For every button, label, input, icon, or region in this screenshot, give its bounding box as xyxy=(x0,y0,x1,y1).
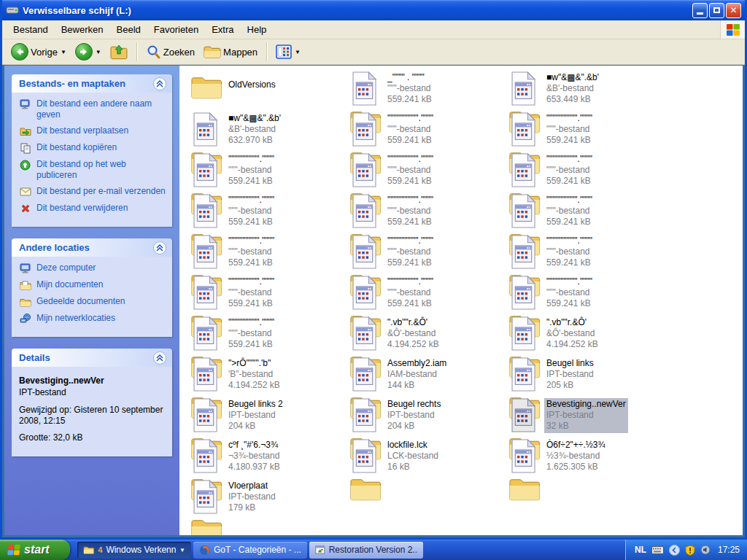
system-tray: NL 17:25 xyxy=(625,540,747,560)
task-rename[interactable]: Dit bestand een andere naam geven xyxy=(19,98,166,120)
folder-up-icon xyxy=(110,44,128,60)
file-item[interactable]: """"""""""."""" """-bestand 559.241 kB xyxy=(349,153,507,188)
file-item[interactable]: Assembly2.iam IAM-bestand 144 kB xyxy=(349,357,507,392)
folder-icon xyxy=(83,545,94,555)
file-item[interactable]: """"""""""."""" """-bestand 559.241 kB xyxy=(508,112,666,147)
menu-item[interactable]: Bewerken xyxy=(55,22,110,37)
menu-item[interactable]: Extra xyxy=(205,22,240,37)
file-item[interactable]: Beugel links 2 IPT-bestand 204 kB xyxy=(190,398,348,433)
file-item[interactable]: """"""""""."""" """-bestand 559.241 kB xyxy=(190,235,348,270)
file-type-icon xyxy=(349,194,382,229)
other-places-header[interactable]: Andere locaties xyxy=(12,238,172,257)
forward-button[interactable]: ▼ xyxy=(72,42,104,62)
file-type-icon xyxy=(190,153,223,188)
file-item[interactable]: """"""""""."""" """-bestand 559.241 kB xyxy=(349,235,507,270)
explorer-window: Verwisselbare schijf (L:) ✕ BestandBewer… xyxy=(0,0,747,540)
file-item[interactable]: """"""""""."""" """-bestand 559.241 kB xyxy=(190,276,348,311)
file-item[interactable]: """"""""""."""" """-bestand 559.241 kB xyxy=(190,153,348,188)
forward-dropdown[interactable]: ▼ xyxy=(96,49,101,55)
file-type-icon xyxy=(190,71,223,106)
task-move[interactable]: Dit bestand verplaatsen xyxy=(19,125,166,137)
file-item[interactable]: ">rÔ"""".'b" 'B"-bestand 4.194.252 kB xyxy=(190,357,348,392)
file-type-icon xyxy=(190,276,223,311)
file-item[interactable]: """"""""""."""" """-bestand 559.241 kB xyxy=(349,276,507,311)
titlebar[interactable]: Verwisselbare schijf (L:) ✕ xyxy=(2,0,745,20)
back-button[interactable]: Vorige ▼ xyxy=(8,42,69,62)
desktop: Verwisselbare schijf (L:) ✕ BestandBewer… xyxy=(0,0,747,560)
file-item[interactable]: Bevestiging..newVer IPT-bestand 32 kB xyxy=(508,398,666,433)
collapse-chevron-icon[interactable] xyxy=(153,241,166,254)
file-item[interactable]: Ò6f÷2"+÷.½3¾ ½3¾-bestand 1.625.305 kB xyxy=(508,439,666,474)
clock[interactable]: 17:25 xyxy=(718,545,740,555)
file-item[interactable]: """"""""""."""" """-bestand 559.241 kB xyxy=(190,194,348,229)
file-item[interactable]: OldVersions xyxy=(190,71,348,106)
details-file-type: IPT-bestand xyxy=(19,387,166,397)
file-item[interactable]: Beugel links IPT-bestand 205 kB xyxy=(508,357,666,392)
file-item[interactable]: cºf ¸"#'6.¬3¾ ¬3¾-bestand 4.180.937 kB xyxy=(190,439,348,474)
file-type-icon xyxy=(349,71,382,106)
language-indicator[interactable]: NL xyxy=(635,545,646,555)
views-button[interactable]: ▼ xyxy=(273,43,303,61)
details-file-name: Bevestiging..newVer xyxy=(19,376,166,386)
file-item[interactable]: """"""""""."""" """-bestand 559.241 kB xyxy=(349,112,507,147)
taskbar-button-explorer-group[interactable]: 4 Windows Verkenner ▼ xyxy=(77,542,191,559)
file-item[interactable]: """"""""""."""" """-bestand 559.241 kB xyxy=(508,235,666,270)
file-type-icon xyxy=(508,398,541,433)
file-item[interactable]: """"""""""."""" """-bestand 559.241 kB xyxy=(508,153,666,188)
task-delete[interactable]: Dit bestand verwijderen xyxy=(19,203,166,214)
hide-icons-chevron[interactable] xyxy=(669,545,680,556)
minimize-button[interactable] xyxy=(692,3,708,18)
file-column-1: OldVersions xyxy=(190,71,348,521)
file-item[interactable]: """"""""""."""" """-bestand 559.241 kB xyxy=(508,194,666,229)
keyboard-icon[interactable] xyxy=(651,546,664,554)
security-alert-icon[interactable] xyxy=(685,545,695,556)
up-button[interactable] xyxy=(107,42,131,61)
taskbar-button-firefox[interactable]: GoT - Categorieën - ... xyxy=(193,542,307,559)
collapse-chevron-icon[interactable] xyxy=(153,77,166,90)
file-item[interactable]: """"""""""."""" """-bestand 559.241 kB xyxy=(349,194,507,229)
task-copy[interactable]: Dit bestand kopiëren xyxy=(19,142,166,154)
volume-icon[interactable] xyxy=(700,545,711,555)
close-button[interactable]: ✕ xyxy=(726,3,741,18)
start-button[interactable]: start xyxy=(0,540,70,560)
email-icon xyxy=(19,186,31,198)
task-email[interactable]: Dit bestand per e-mail verzenden xyxy=(19,186,166,198)
views-dropdown[interactable]: ▼ xyxy=(295,49,301,55)
file-item[interactable]: Vloerplaat IPT-bestand 179 kB xyxy=(190,480,348,515)
removable-disk-icon xyxy=(6,4,19,16)
file-tasks-header[interactable]: Bestands- en maptaken xyxy=(12,74,172,93)
collapse-chevron-icon[interactable] xyxy=(153,351,166,365)
place-my-computer[interactable]: Deze computer xyxy=(19,262,166,274)
windows-flag-icon xyxy=(7,543,21,556)
task-publish[interactable]: Dit bestand op het web publiceren xyxy=(19,159,166,181)
place-my-documents[interactable]: Mijn documenten xyxy=(19,279,166,291)
file-item[interactable]: ■w"&▩&".&b' &B'-bestand 632.970 kB xyxy=(190,112,348,147)
delete-icon xyxy=(19,203,31,214)
menu-item[interactable]: Bestand xyxy=(7,22,55,37)
file-type-icon xyxy=(508,71,541,106)
menu-item[interactable]: Help xyxy=(241,22,274,37)
file-type-icon xyxy=(190,480,223,515)
file-type-icon xyxy=(349,398,382,433)
file-item[interactable]: ".vb""r.&Ô' &Ô'-bestand 4.194.252 kB xyxy=(349,316,507,351)
rename-icon xyxy=(19,98,31,110)
toolbar: Vorige ▼ ▼ Zoeken xyxy=(2,39,745,65)
file-item[interactable]: ".vb""r.&Ô' &Ô'-bestand 4.194.252 kB xyxy=(508,316,666,351)
maximize-button[interactable] xyxy=(709,3,724,18)
folders-button[interactable]: Mappen xyxy=(201,43,260,61)
file-item[interactable]: Beugel rechts IPT-bestand 204 kB xyxy=(349,398,507,433)
file-item[interactable]: """"""""""."""" """-bestand 559.241 kB xyxy=(508,276,666,311)
menu-item[interactable]: Favorieten xyxy=(147,22,205,37)
place-network[interactable]: Mijn netwerklocaties xyxy=(19,313,166,324)
file-type-icon xyxy=(508,153,541,188)
menu-item[interactable]: Beeld xyxy=(110,22,147,37)
file-item[interactable]: _"""" . """" """-bestand 559.241 kB xyxy=(349,71,507,106)
file-item[interactable]: ■w"&▩&".&b' &B'-bestand 653.449 kB xyxy=(508,71,666,106)
search-button[interactable]: Zoeken xyxy=(143,43,198,61)
back-dropdown[interactable]: ▼ xyxy=(61,49,66,55)
details-header[interactable]: Details xyxy=(12,349,172,367)
place-shared-documents[interactable]: Gedeelde documenten xyxy=(19,296,166,308)
file-item[interactable]: """"""""""."""" """-bestand 559.241 kB xyxy=(190,316,348,351)
file-item[interactable]: lockfile.lck LCK-bestand 16 kB xyxy=(349,439,507,474)
taskbar-button-restoration[interactable]: Restoration Version 2... xyxy=(309,542,423,559)
